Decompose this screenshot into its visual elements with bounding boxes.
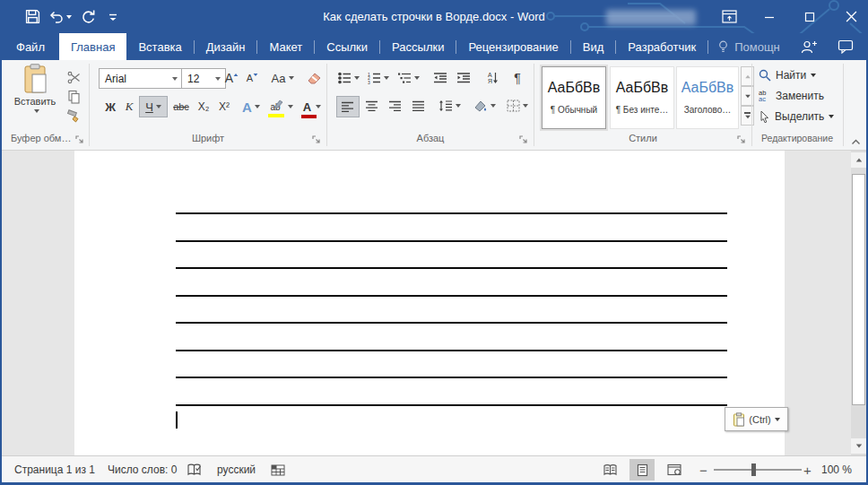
tab-developer[interactable]: Разработчик <box>616 33 707 60</box>
copy-button[interactable] <box>63 87 84 107</box>
qat-customize-button[interactable] <box>102 6 124 28</box>
web-layout-icon <box>667 463 681 476</box>
paste-button[interactable]: Вставить <box>11 64 59 130</box>
document-page[interactable]: (Ctrl) <box>74 151 785 455</box>
style-card-normal[interactable]: АаБбВв ¶ Обычный <box>542 66 606 129</box>
undo-button[interactable] <box>47 6 74 28</box>
group-divider <box>843 64 844 146</box>
tab-insert[interactable]: Вставка <box>126 33 193 60</box>
shading-button[interactable] <box>469 96 499 116</box>
zoom-slider-thumb[interactable] <box>751 463 756 476</box>
select-button[interactable]: Выделить <box>759 108 834 126</box>
tell-me-box[interactable]: Помощн <box>708 33 789 60</box>
minimize-button[interactable] <box>756 0 783 33</box>
find-button[interactable]: Найти <box>759 66 816 84</box>
share-icon[interactable] <box>801 39 818 55</box>
proofing-status-button[interactable] <box>187 456 202 483</box>
text-effects-button[interactable]: А <box>238 97 265 117</box>
underline-button[interactable]: Ч <box>139 96 168 117</box>
style-preview: АаБбВв <box>548 80 601 96</box>
font-dialog-launcher[interactable] <box>312 134 323 145</box>
clear-formatting-button[interactable] <box>303 68 325 88</box>
close-button[interactable] <box>838 0 864 33</box>
align-center-button[interactable] <box>361 96 383 116</box>
style-preview: АаБбВв <box>681 80 734 96</box>
font-size-combobox[interactable]: 12 <box>181 68 226 89</box>
scroll-down-button[interactable] <box>851 438 866 454</box>
ribbon-display-options-button[interactable] <box>716 0 742 33</box>
ruled-line <box>176 295 727 297</box>
show-hide-marks-button[interactable]: ¶ <box>508 68 526 88</box>
font-color-button[interactable]: А <box>299 97 326 117</box>
grow-font-button[interactable]: А <box>222 68 242 88</box>
grow-font-glyph: А <box>225 71 233 85</box>
paragraph-dialog-launcher[interactable] <box>519 134 530 145</box>
language-indicator[interactable]: русский <box>217 456 256 483</box>
bold-button[interactable]: Ж <box>101 97 119 117</box>
zoom-level[interactable]: 100 % <box>821 456 852 483</box>
scroll-up-button[interactable] <box>851 152 866 168</box>
web-layout-button[interactable] <box>662 459 687 481</box>
style-card-heading1[interactable]: АаБбВв Заголово… <box>676 66 739 129</box>
collapse-ribbon-button[interactable] <box>846 132 864 152</box>
justify-button[interactable] <box>408 96 430 116</box>
replace-icon: ab ac <box>759 90 771 102</box>
scissors-icon <box>67 71 81 84</box>
replace-button[interactable]: ab ac Заменить <box>759 87 824 105</box>
scrollbar-thumb[interactable] <box>852 174 865 405</box>
editing-group-label: Редактирование <box>753 133 841 147</box>
sort-button[interactable]: А Я <box>482 68 505 88</box>
style-card-no-spacing[interactable]: АаБбВв ¶ Без инте… <box>610 66 674 129</box>
zoom-slider-track[interactable] <box>714 469 802 471</box>
text-highlight-button[interactable]: ab <box>266 97 297 117</box>
paste-options-button[interactable]: (Ctrl) <box>725 407 788 431</box>
group-divider <box>751 64 752 146</box>
tab-layout[interactable]: Макет <box>257 33 314 60</box>
page-indicator[interactable]: Страница 1 из 1 <box>14 456 95 483</box>
vertical-scrollbar[interactable] <box>851 151 866 455</box>
tab-home[interactable]: Главная <box>59 33 126 60</box>
strikethrough-button[interactable]: abc <box>169 97 193 117</box>
align-right-button[interactable] <box>385 96 406 116</box>
increase-indent-button[interactable] <box>453 68 474 88</box>
zoom-in-button[interactable]: + <box>803 456 812 483</box>
tab-file[interactable]: Файл <box>2 33 59 60</box>
multilevel-list-icon <box>398 72 412 84</box>
redo-button[interactable] <box>77 6 99 28</box>
subscript-button[interactable]: Х₂ <box>193 97 214 117</box>
italic-button[interactable]: К <box>121 97 137 117</box>
borders-button[interactable] <box>503 96 532 116</box>
zoom-out-button[interactable]: − <box>699 456 707 483</box>
font-name-combobox[interactable]: Arial <box>99 68 183 89</box>
multilevel-list-button[interactable] <box>395 68 422 88</box>
superscript-button[interactable]: Х² <box>214 97 234 117</box>
paint-bucket-icon <box>473 100 488 113</box>
print-layout-icon <box>637 463 648 477</box>
maximize-button[interactable] <box>796 0 823 33</box>
style-preview: АаБбВв <box>616 80 669 96</box>
styles-dialog-launcher[interactable] <box>737 134 748 145</box>
align-left-button[interactable] <box>336 96 360 117</box>
lightbulb-icon <box>717 40 729 54</box>
clipboard-dialog-launcher[interactable] <box>75 134 86 145</box>
read-mode-button[interactable] <box>597 459 622 481</box>
word-count[interactable]: Число слов: 0 <box>108 456 177 483</box>
tab-references[interactable]: Ссылки <box>315 33 379 60</box>
print-layout-button[interactable] <box>629 459 655 481</box>
decrease-indent-button[interactable] <box>430 68 451 88</box>
numbering-button[interactable]: 1 2 3 <box>365 68 392 88</box>
line-spacing-button[interactable] <box>435 96 464 116</box>
shrink-font-button[interactable]: А <box>244 68 262 88</box>
tab-mailings[interactable]: Рассылки <box>380 33 456 60</box>
tab-view[interactable]: Вид <box>571 33 616 60</box>
save-button[interactable] <box>22 6 43 28</box>
bullets-button[interactable] <box>336 68 361 88</box>
comments-icon[interactable] <box>838 39 854 54</box>
cut-button[interactable] <box>63 67 84 87</box>
tab-review[interactable]: Рецензирование <box>456 33 569 60</box>
change-case-button[interactable]: Аа <box>267 68 298 88</box>
macro-record-button[interactable] <box>271 456 285 483</box>
tab-design[interactable]: Дизайн <box>195 33 257 60</box>
format-painter-button[interactable] <box>63 107 84 126</box>
word-window: Как сделать строчки в Ворде.docx - Word … <box>0 0 868 485</box>
